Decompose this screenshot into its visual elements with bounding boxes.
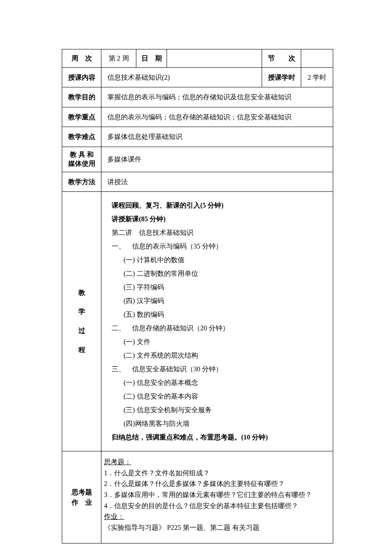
- value-week: 第 2 周: [101, 49, 136, 68]
- think-item: 4．信息安全的目的是什么？信息安全的基本特征主要包括哪些？: [104, 500, 330, 512]
- process-line-text: (一) 文件: [124, 338, 150, 345]
- label-process-char-0: 教: [65, 283, 98, 303]
- process-line-text: (五) 数的编码: [124, 311, 164, 318]
- process-line: 三、信息安全基础知识（30 分钟）: [112, 362, 323, 376]
- label-method: 教学方法: [62, 172, 101, 192]
- label-homework-line1: 思考题: [65, 487, 98, 497]
- row-process: 教 学 过 程 课程回顾、复习、新课的引入(5 分钟)讲授新课(85 分钟)第二…: [62, 192, 333, 451]
- label-process: 教 学 过 程: [62, 192, 101, 451]
- label-hours: 授课学时: [262, 67, 301, 87]
- process-line: 二、信息存储的基础知识（20 分钟）: [112, 321, 323, 335]
- homework-header: 作业：: [104, 511, 330, 522]
- row-homework: 思考题 作 业 思考题：1．什么是文件？文件名如何组成？2．什么是媒体？什么是多…: [62, 451, 333, 543]
- row-keypoints: 教学重点 信息的表示与编码；信息存储的基础知识；信息安全基础知识: [62, 107, 333, 127]
- think-item: 2．什么是媒体？什么是多媒体？多媒体的主要特征有哪些？: [104, 478, 330, 489]
- value-keypoints: 信息的表示与编码；信息存储的基础知识；信息安全基础知识: [101, 107, 333, 127]
- label-keypoints: 教学重点: [62, 107, 101, 127]
- process-line-text: (四)网络黑客与防火墙: [124, 420, 190, 427]
- label-objective: 教学目的: [62, 87, 101, 107]
- value-homework: 思考题：1．什么是文件？文件名如何组成？2．什么是媒体？什么是多媒体？多媒体的主…: [101, 451, 333, 543]
- label-process-char-2: 过: [65, 321, 98, 341]
- process-line: (一) 文件: [112, 335, 323, 349]
- process-line-num: 一、: [112, 240, 132, 253]
- value-content: 信息技术基础知识(2): [101, 67, 262, 87]
- homework-text: 《实验指导与习题》 P225 第一题、第二题 有关习题: [104, 522, 330, 533]
- process-line-text: (三) 信息安全机制与安全服务: [124, 406, 212, 413]
- label-process-char-1: 学: [65, 302, 98, 321]
- process-line: (二) 文件系统的层次结构: [112, 349, 323, 362]
- value-difficulty: 多媒体信息处理基础知识: [101, 127, 333, 147]
- process-line: (二) 二进制数的常用单位: [112, 267, 323, 280]
- process-line-text: (三) 字符编码: [124, 283, 164, 291]
- process-line-text: 归纳总结，强调重点和难点，布置思考题。(10 分钟): [112, 434, 268, 441]
- process-line: (四)网络黑客与防火墙: [112, 417, 323, 431]
- row-method: 教学方法 讲授法: [62, 172, 333, 192]
- process-line: (四) 汉字编码: [112, 294, 323, 308]
- row-objective: 教学目的 掌握信息的表示与编码；信息的存储知识及信息安全基础知识: [62, 87, 333, 107]
- row-content: 授课内容 信息技术基础知识(2) 授课学时 2 学时: [62, 67, 333, 87]
- row-tools: 教 具 和 媒体使用 多媒体课件: [62, 147, 333, 172]
- value-session: [301, 49, 333, 68]
- label-homework: 思考题 作 业: [62, 451, 101, 543]
- label-session: 节 次: [262, 49, 301, 68]
- label-content: 授课内容: [62, 67, 101, 87]
- label-difficulty: 教学难点: [62, 127, 101, 147]
- value-method: 讲授法: [101, 172, 333, 192]
- process-line-text: 信息存储的基础知识（20 分钟）: [132, 324, 229, 332]
- label-homework-line2: 作 业: [65, 497, 98, 508]
- process-line: (五) 数的编码: [112, 308, 323, 321]
- process-line-num: 三、: [112, 362, 132, 376]
- process-line-text: 课程回顾、复习、新课的引入(5 分钟): [112, 202, 224, 209]
- process-line-text: (二) 信息安全的基本内容: [124, 393, 198, 400]
- process-line: 归纳总结，强调重点和难点，布置思考题。(10 分钟): [112, 431, 323, 444]
- process-line: (三) 字符编码: [112, 280, 323, 294]
- process-line: (一) 信息安全的基本概念: [112, 376, 323, 390]
- think-item: 3．多媒体应用中，常用的媒体元素有哪些？它们主要的特点有哪些？: [104, 489, 330, 500]
- process-line-text: 讲授新课(85 分钟): [112, 215, 166, 223]
- process-line-text: (一) 信息安全的基本概念: [124, 379, 198, 386]
- value-tools: 多媒体课件: [101, 147, 333, 172]
- process-line: (二) 信息安全的基本内容: [112, 390, 323, 403]
- value-date: [167, 49, 262, 68]
- label-tools: 教 具 和 媒体使用: [62, 147, 101, 172]
- label-tools-line1: 教 具 和: [65, 150, 98, 159]
- process-line-text: 信息安全基础知识（30 分钟）: [132, 365, 222, 373]
- think-header: 思考题：: [104, 457, 330, 468]
- process-line-text: (四) 汉字编码: [124, 297, 164, 304]
- process-line-text: 信息的表示与编码（35 分钟）: [132, 243, 222, 250]
- process-line: 一、信息的表示与编码（35 分钟）: [112, 240, 323, 253]
- process-line-num: 二、: [112, 321, 132, 335]
- value-process: 课程回顾、复习、新课的引入(5 分钟)讲授新课(85 分钟)第二讲 信息技术基础…: [101, 192, 333, 451]
- row-difficulty: 教学难点 多媒体信息处理基础知识: [62, 127, 333, 147]
- process-line: 讲授新课(85 分钟): [112, 212, 323, 226]
- label-tools-line2: 媒体使用: [65, 159, 98, 168]
- process-line: 第二讲 信息技术基础知识: [112, 226, 323, 240]
- process-line: (三) 信息安全机制与安全服务: [112, 403, 323, 417]
- value-hours: 2 学时: [301, 67, 333, 87]
- label-week: 周 次: [62, 49, 101, 68]
- process-line: 课程回顾、复习、新课的引入(5 分钟): [112, 199, 323, 212]
- process-line-text: (二) 二进制数的常用单位: [124, 270, 198, 277]
- value-objective: 掌握信息的表示与编码；信息的存储知识及信息安全基础知识: [101, 87, 333, 107]
- process-line-text: 第二讲 信息技术基础知识: [112, 229, 193, 236]
- label-process-char-3: 程: [65, 341, 98, 360]
- lesson-plan-table: 周 次 第 2 周 日 期 节 次 授课内容 信息技术基础知识(2) 授课学时 …: [62, 49, 333, 543]
- label-date: 日 期: [136, 49, 167, 68]
- process-line-text: (二) 文件系统的层次结构: [124, 352, 198, 359]
- process-line-text: (一) 计算机中的数值: [124, 256, 184, 263]
- row-week: 周 次 第 2 周 日 期 节 次: [62, 49, 333, 68]
- think-item: 1．什么是文件？文件名如何组成？: [104, 468, 330, 479]
- process-line: (一) 计算机中的数值: [112, 253, 323, 267]
